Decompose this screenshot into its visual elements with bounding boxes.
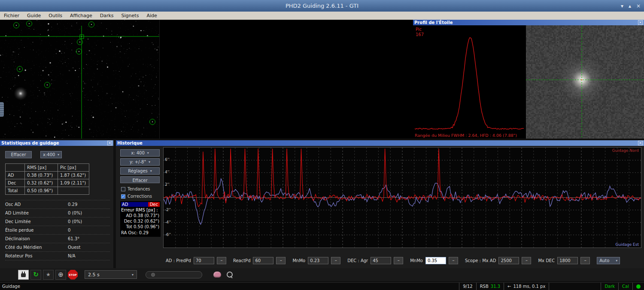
connect-equipment-button[interactable] xyxy=(18,270,29,280)
star-profile-graph: Pic 167 Rangée du Milieu FWHM : 2.64, HF… xyxy=(413,25,526,139)
stat-row: Osc AD0.29 xyxy=(5,200,110,209)
trends-checkbox[interactable]: Tendances xyxy=(121,187,160,191)
menu-item-outils[interactable]: Outils xyxy=(45,12,66,20)
param-input-dec-agr[interactable]: 45 xyxy=(371,257,391,264)
camera-image[interactable] xyxy=(0,20,159,139)
history-panel-titlebar: Historique × xyxy=(116,140,644,146)
y-axis-tick: -2'' xyxy=(165,208,171,212)
rms-row-label: Dec xyxy=(121,218,132,224)
profile-panel-titlebar: Profil de l'Étoile × xyxy=(413,20,644,25)
pulse-readout: ← 118 ms, 0.1 px xyxy=(504,283,549,290)
guide-button[interactable]: ⊕ xyxy=(55,270,66,280)
param-input-mnmo[interactable]: 0.35 xyxy=(425,257,446,264)
history-x-scale-select[interactable]: x: 400 ▾ xyxy=(120,149,160,157)
param-decrement-button[interactable]: – xyxy=(331,257,340,264)
history-graph[interactable]: 6''4''2''-2''-4''-6'' Guidage Nord Guida… xyxy=(163,147,641,248)
menu-item-aide[interactable]: Aide xyxy=(143,12,161,20)
checkbox-unchecked-icon xyxy=(121,187,125,191)
dec-mode-value: Auto xyxy=(599,258,609,263)
menu-item-affichage[interactable]: Affichage xyxy=(66,12,96,20)
stats-cell: 0.38 (0.73") xyxy=(25,172,58,179)
stat-row: Étoile perdue0 xyxy=(5,226,110,235)
exposure-value: 2.5 s xyxy=(88,272,100,278)
history-settings-select[interactable]: Réglages ▾ xyxy=(120,167,160,175)
rms-row-label: AD xyxy=(121,213,132,218)
y-axis-tick: 2'' xyxy=(165,182,170,187)
param-decrement-button[interactable]: – xyxy=(394,257,403,264)
param-label-dec-agr: DEC : Agr xyxy=(347,258,368,263)
stats-cell: 1.09 (2.11") xyxy=(58,179,89,187)
param-input-mnmo[interactable]: 0.23 xyxy=(308,257,328,264)
loop-exposures-button[interactable]: ↻ xyxy=(30,270,41,280)
stat-row: Déclinaison61.3° xyxy=(5,235,110,243)
stats-cell: Dec xyxy=(6,179,25,187)
param-decrement-button[interactable]: – xyxy=(217,257,226,264)
menu-item-fichier[interactable]: Fichier xyxy=(0,12,23,20)
corrections-checkbox[interactable]: ✓ Corrections xyxy=(121,194,160,199)
param-input-scope-mx-ad[interactable]: 2500 xyxy=(498,257,519,264)
progress-gauge xyxy=(146,271,202,278)
rms-row: AD0.38 (0.73") xyxy=(121,213,160,218)
close-icon[interactable]: × xyxy=(107,141,112,145)
param-decrement-button[interactable]: – xyxy=(276,257,286,264)
rms-table: RMS [px]Pic [px]AD0.38 (0.73")1.87 (3.62… xyxy=(5,163,89,195)
close-icon[interactable]: × xyxy=(638,141,643,145)
west-arrow-icon: ← xyxy=(507,284,511,289)
main-toolbar: ↻ ★ ⊕ STOP 2.5 s ▾ xyxy=(0,268,644,281)
empty-pane xyxy=(159,20,413,139)
param-input-reactpd[interactable]: 60 xyxy=(253,257,273,264)
menu-item-signets[interactable]: Signets xyxy=(118,12,143,20)
close-icon[interactable]: × xyxy=(636,3,641,9)
rms-row-value: 0.38 (0.73") xyxy=(134,213,159,218)
auto-select-star-button[interactable]: ★ xyxy=(43,270,54,280)
stats-cell: Total xyxy=(6,187,25,195)
stats-clear-button[interactable]: Effacer xyxy=(5,151,32,158)
advanced-settings-button[interactable] xyxy=(212,270,223,279)
stats-col-header xyxy=(6,164,25,172)
pane-collapse-handle[interactable] xyxy=(0,102,4,117)
x-scale-value: x: 400 xyxy=(131,151,145,155)
camera-settings-button[interactable] xyxy=(225,270,235,279)
menu-item-guide[interactable]: Guide xyxy=(23,12,45,20)
stat-value: 0.29 xyxy=(68,202,77,207)
dec-mode-select[interactable]: Auto▾ xyxy=(597,257,620,264)
exposure-select[interactable]: 2.5 s ▾ xyxy=(85,270,137,279)
magnifier-icon xyxy=(227,272,233,278)
menu-item-darks[interactable]: Darks xyxy=(96,12,118,20)
stat-label: Rotateur Pos xyxy=(5,254,68,258)
history-clear-button[interactable]: Effacer xyxy=(120,176,160,183)
stats-scale-select[interactable]: x:400 ▾ xyxy=(40,151,62,158)
graph-legend-block: AD Dec Erreur RMS [px] : AD0.38 (0.73")D… xyxy=(120,201,161,237)
profile-curve xyxy=(413,25,526,139)
stop-button[interactable]: STOP xyxy=(68,270,78,280)
chevron-down-icon: ▾ xyxy=(616,259,617,263)
param-decrement-button[interactable]: – xyxy=(580,257,590,264)
stats-panel-titlebar: Statistiques de guidage × xyxy=(0,140,113,146)
param-input-ad-predpd[interactable]: 70 xyxy=(194,257,214,264)
brain-icon xyxy=(213,272,221,278)
stat-label: Osc AD xyxy=(5,202,68,207)
rms-row: Tot0.50 (0.96") xyxy=(121,224,160,230)
stat-value: N/A xyxy=(68,254,76,258)
param-decrement-button[interactable]: – xyxy=(449,257,458,264)
close-icon[interactable]: × xyxy=(638,20,643,25)
window-titlebar: PHD2 Guiding 2.6.11 - GTI ▾▴× xyxy=(0,0,644,12)
param-label-reactpd: ReactPd xyxy=(233,258,251,263)
history-y-scale-select[interactable]: y: +/-8" ▾ xyxy=(120,158,160,166)
chevron-down-icon: ▾ xyxy=(147,151,149,155)
param-input-mx-dec[interactable]: 1800 xyxy=(557,257,578,264)
stat-label: Côté du Méridien xyxy=(5,245,68,250)
stats-cell: 0.50 (0.96") xyxy=(25,187,58,195)
guide-east-label: Guidage Est xyxy=(616,242,639,247)
settings-label: Réglages xyxy=(128,169,148,173)
stats-col-header: Pic [px] xyxy=(58,164,89,172)
param-decrement-button[interactable]: – xyxy=(522,257,531,264)
snr-value: 31.3 xyxy=(491,284,500,289)
rms-row-label: Tot xyxy=(121,224,132,230)
rms-row: Dec0.32 (0.62") xyxy=(121,218,160,224)
maximize-icon[interactable]: ▴ xyxy=(629,3,631,9)
star-zoom-view[interactable] xyxy=(526,25,644,139)
minimize-icon[interactable]: ▾ xyxy=(621,3,623,9)
cal-status: Cal xyxy=(618,283,632,290)
star-markers-overlay xyxy=(0,20,159,139)
